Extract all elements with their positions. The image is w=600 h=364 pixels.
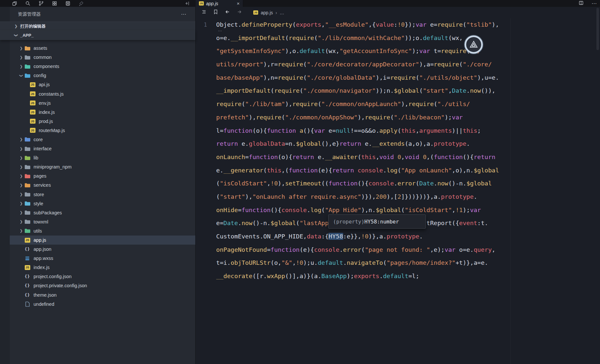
tree-item-index.js[interactable]: JSindex.js [10, 108, 195, 117]
breadcrumb[interactable]: JS app.js › … [253, 10, 284, 15]
code-line[interactable]: e.__generator(this,(function(e){return c… [196, 164, 600, 177]
breadcrumb-more[interactable]: … [280, 10, 284, 15]
js-file-icon: JS [30, 82, 35, 87]
tree-item-label: lib [34, 155, 38, 160]
editor-scrollbar[interactable] [596, 8, 599, 50]
tree-item-app.js[interactable]: JSapp.js [10, 236, 195, 245]
code-line[interactable]: t=i.objToURLStr(o,"&",!0);u.default.navi… [196, 256, 600, 270]
code-text: ("isColdStart",!0),setTimeout((function(… [216, 177, 492, 190]
tooltip-symbol: HY58: [364, 219, 380, 225]
back-arrow-icon[interactable] [225, 9, 230, 16]
tree-item-theme.json[interactable]: {}theme.json [10, 290, 195, 300]
chevron-right-icon: ❯ [18, 137, 24, 142]
tree-item-store[interactable]: ❯store [10, 190, 195, 199]
tree-item-towxml[interactable]: ❯towxml [10, 217, 195, 226]
code-line[interactable]: __importDefault(require("./common/naviga… [196, 84, 600, 98]
git-branch-icon[interactable] [38, 1, 44, 6]
file-icon [24, 302, 31, 307]
section-app-root[interactable]: ❯ _APP_ [0, 30, 195, 40]
tree-item-subPackages[interactable]: ❯subPackages [10, 208, 195, 217]
tree-item-project.private.config.json[interactable]: {}project.private.config.json [10, 281, 195, 290]
tree-item-pages[interactable]: ❯pages [10, 171, 195, 181]
folder-icon [24, 164, 31, 169]
line-number [196, 58, 216, 71]
code-line[interactable]: ("isColdStart",!0),setTimeout((function(… [196, 177, 600, 190]
code-line[interactable]: require("./lib/tam"),require("./common/o… [196, 98, 600, 111]
tree-item-constants.js[interactable]: JSconstants.js [10, 89, 195, 98]
code-line[interactable]: CustomEvents.ON_APP_HIDE,data:{HY58:e}},… [196, 230, 600, 243]
folder-icon [24, 201, 31, 206]
tree-item-label: theme.json [34, 292, 57, 298]
tab-app-js[interactable]: JS app.js × [196, 0, 243, 7]
tree-item-common[interactable]: ❯common [10, 53, 195, 62]
brush-icon[interactable] [78, 1, 84, 6]
outline-list-icon[interactable] [201, 9, 207, 16]
tree-item-app.wxss[interactable]: app.wxss [10, 254, 195, 263]
search-icon[interactable] [25, 1, 31, 6]
code-line[interactable]: onLaunch=function(o){return e.__awaiter(… [196, 151, 600, 164]
tree-item-config[interactable]: ❯config [10, 71, 195, 80]
tree-item-label: env.js [39, 101, 51, 106]
chevron-right-icon: ❯ [18, 201, 24, 206]
tree-item-api.js[interactable]: JSapi.js [10, 80, 195, 89]
tree-item-lib[interactable]: ❯lib [10, 153, 195, 162]
tree-item-index.js[interactable]: JSindex.js [10, 263, 195, 272]
code-line[interactable]: prefetch"),require("./common/onAppShow")… [196, 111, 600, 124]
explorer-more-icon[interactable]: ⋯ [181, 7, 186, 21]
floating-badge[interactable] [465, 35, 483, 54]
explorer-title: 资源管理器 [18, 7, 41, 21]
breadcrumb-file[interactable]: app.js [261, 10, 273, 15]
code-line[interactable]: onPageNotFound=function(e){console.error… [196, 243, 600, 257]
code-line[interactable]: utils/report"),r=require("./core/decorat… [196, 58, 600, 71]
tree-item-utils[interactable]: ❯utils [10, 226, 195, 236]
code-line[interactable]: base/baseApp"),n=require("./core/globalD… [196, 71, 600, 85]
tree-item-assets[interactable]: ❯assets [10, 44, 195, 53]
code-line[interactable]: return e.globalData=n.$global(),e}return… [196, 137, 600, 151]
tree-item-routerMap.js[interactable]: JSrouterMap.js [10, 126, 195, 135]
section-open-editors[interactable]: ❯ 打开的编辑器 [0, 21, 195, 31]
grid-icon[interactable] [52, 1, 57, 6]
code-editor[interactable]: 1Object.defineProperty(exports,"__esModu… [196, 18, 600, 364]
js-file-icon: JS [30, 91, 35, 96]
code-line[interactable]: __decorate([r.wxApp()],a)}(a.BaseApp);ex… [196, 270, 600, 283]
line-number [196, 98, 216, 111]
tree-item-label: constants.js [39, 91, 64, 97]
breadcrumb-separator: › [275, 10, 277, 15]
tree-item-components[interactable]: ❯components [10, 62, 195, 71]
close-icon[interactable]: × [237, 1, 240, 6]
tree-item-core[interactable]: ❯core [10, 135, 195, 144]
line-number [196, 164, 216, 177]
tree-item-project.config.json[interactable]: {}project.config.json [10, 272, 195, 281]
code-line[interactable]: ("start"),"onLaunch after require.async"… [196, 190, 600, 204]
js-file-icon: JS [30, 128, 35, 133]
collapse-sidebar-icon[interactable] [184, 1, 190, 7]
forward-arrow-icon[interactable] [237, 9, 242, 16]
code-text: prefetch"),require("./common/onAppShow")… [216, 111, 463, 124]
code-text: onPageNotFound=function(e){console.error… [216, 243, 495, 257]
more-actions-icon[interactable]: ⋯ [592, 0, 597, 7]
code-line[interactable]: o=e.__importDefault(require("./lib/commo… [196, 32, 600, 45]
tree-item-style[interactable]: ❯style [10, 199, 195, 208]
tree-item-undefined[interactable]: undefined [10, 300, 195, 309]
restore-windows-icon[interactable] [12, 1, 17, 6]
code-line[interactable]: 1Object.defineProperty(exports,"__esModu… [196, 18, 600, 32]
tree-item-app.json[interactable]: {}app.json [10, 245, 195, 254]
package-icon[interactable] [65, 1, 71, 6]
tree-item-interface[interactable]: ❯interface [10, 144, 195, 153]
tree-item-services[interactable]: ❯services [10, 181, 195, 190]
code-line[interactable]: l=function(o){function a(){var e=null!==… [196, 124, 600, 138]
chevron-right-icon: ❯ [18, 210, 24, 215]
split-editor-icon[interactable] [579, 0, 584, 7]
chevron-down-icon: ❯ [19, 73, 23, 78]
folder-icon [24, 219, 31, 224]
tab-label: app.js [206, 1, 218, 6]
code-text: ("start"),"onLaunch after require.async"… [216, 190, 477, 204]
bookmark-icon[interactable] [213, 9, 218, 16]
tree-item-miniprogram_npm[interactable]: ❯miniprogram_npm [10, 162, 195, 171]
tooltip-type: number [380, 219, 399, 225]
chevron-right-icon: ❯ [18, 174, 24, 178]
code-line[interactable]: "getSystemInfoSync"),o.default(wx,"getAc… [196, 45, 600, 58]
tree-item-env.js[interactable]: JSenv.js [10, 99, 195, 108]
line-number [196, 190, 216, 204]
tree-item-prod.js[interactable]: JSprod.js [10, 117, 195, 126]
